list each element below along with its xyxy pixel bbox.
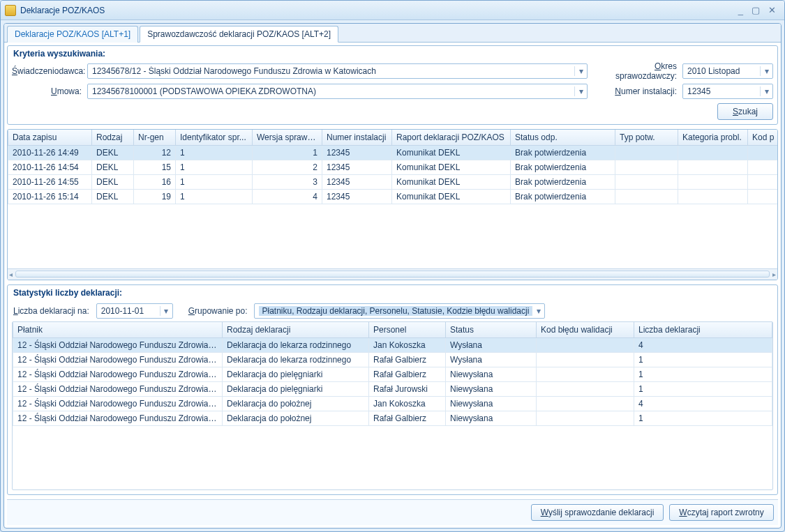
table-cell: 2010-11-26 14:55 <box>8 175 92 190</box>
table-cell: 1 <box>176 175 253 190</box>
footer-actions: Wyślij sprawozdanie deklaracji Wczytaj r… <box>7 499 778 525</box>
table-cell: 16 <box>134 175 176 190</box>
column-header[interactable]: Personel <box>369 322 446 338</box>
maximize-button[interactable]: ▢ <box>747 5 764 15</box>
send-report-button[interactable]: Wyślij sprawozdanie deklaracji <box>531 504 664 521</box>
table-cell: 12 <box>134 146 176 160</box>
table-cell: Deklaracja do lekarza rodzinnego <box>223 352 369 367</box>
table-cell: Jan Kokoszka <box>369 396 446 411</box>
table-cell: Deklaracja do pielęgniarki <box>223 367 369 381</box>
horizontal-scrollbar[interactable]: ◂ ▸ <box>8 268 777 280</box>
table-cell: Niewysłana <box>446 367 537 381</box>
column-header[interactable]: Płatnik <box>13 322 223 338</box>
table-cell <box>678 175 748 190</box>
column-header[interactable]: Kod p <box>748 130 778 146</box>
liczba-deklaracji-value: 2010-11-01 <box>101 306 160 316</box>
table-cell: 2010-11-26 15:14 <box>8 190 92 204</box>
okres-dropdown[interactable]: 2010 Listopad ▾ <box>682 63 773 79</box>
table-row[interactable]: 2010-11-26 15:14DEKL191412345Komunikat D… <box>8 190 778 204</box>
column-header[interactable]: Status <box>446 322 537 338</box>
chevron-down-icon: ▾ <box>760 66 772 76</box>
column-header[interactable]: Numer instalacji <box>322 130 392 146</box>
table-cell: 1 <box>176 160 253 175</box>
umowa-dropdown[interactable]: 12345678100001 (PODSTAWOWA OPIEKA ZDROWO… <box>87 84 588 99</box>
search-button[interactable]: Szukaj <box>717 103 773 120</box>
column-header[interactable]: Nr-gen <box>134 130 176 146</box>
table-row[interactable]: 12 - Śląski Oddział Narodowego Funduszu … <box>13 381 772 396</box>
numer-instalacji-dropdown[interactable]: 12345 ▾ <box>682 84 773 99</box>
column-header[interactable]: Liczba deklaracji <box>634 322 772 338</box>
table-cell: 2010-11-26 14:49 <box>8 146 92 160</box>
liczba-deklaracji-date[interactable]: 2010-11-01 ▾ <box>96 303 173 319</box>
table-cell: Wysłana <box>446 337 537 352</box>
table-cell <box>615 175 678 190</box>
app-window: Deklaracje POZ/KAOS _ ▢ ✕ Deklaracje POZ… <box>0 0 785 532</box>
tab-sprawozdawczosc[interactable]: Sprawozdawczość deklaracji POZ/KAOS [ALT… <box>140 26 338 43</box>
table-row[interactable]: 12 - Śląski Oddział Narodowego Funduszu … <box>13 396 772 411</box>
table-cell: 1 <box>634 352 772 367</box>
table-cell: 4 <box>253 190 322 204</box>
table-cell: DEKL <box>92 190 134 204</box>
stats-grid[interactable]: PłatnikRodzaj deklaracjiPersonelStatusKo… <box>12 321 773 491</box>
table-cell: 1 <box>634 411 772 425</box>
column-header[interactable]: Kategoria probl. <box>678 130 748 146</box>
swiadczeniodawca-dropdown[interactable]: 12345678/12 - Śląski Oddział Narodowego … <box>87 63 588 79</box>
table-row[interactable]: 2010-11-26 14:55DEKL161312345Komunikat D… <box>8 175 778 190</box>
table-cell: 2010-11-26 14:54 <box>8 160 92 175</box>
table-cell <box>678 160 748 175</box>
table-cell: DEKL <box>92 160 134 175</box>
table-cell: DEKL <box>92 175 134 190</box>
table-cell: 12 - Śląski Oddział Narodowego Funduszu … <box>13 367 223 381</box>
table-cell: Komunikat DEKL <box>392 190 511 204</box>
table-cell: Brak potwierdzenia <box>511 190 615 204</box>
table-cell: 12345 <box>322 160 392 175</box>
minimize-button[interactable]: _ <box>734 5 747 15</box>
tab-deklaracje[interactable]: Deklaracje POZ/KAOS [ALT+1] <box>7 26 138 43</box>
table-cell: 12345 <box>322 175 392 190</box>
scrollbar-thumb[interactable] <box>15 271 770 278</box>
table-cell: 3 <box>253 175 322 190</box>
table-row[interactable]: 2010-11-26 14:49DEKL121112345Komunikat D… <box>8 146 778 160</box>
column-header[interactable]: Rodzaj <box>92 130 134 146</box>
table-row[interactable]: 2010-11-26 14:54DEKL151212345Komunikat D… <box>8 160 778 175</box>
table-row[interactable]: 12 - Śląski Oddział Narodowego Funduszu … <box>13 337 772 352</box>
column-header[interactable]: Rodzaj deklaracji <box>223 322 369 338</box>
table-cell <box>678 146 748 160</box>
table-cell: Niewysłana <box>446 396 537 411</box>
umowa-value: 12345678100001 (PODSTAWOWA OPIEKA ZDROWO… <box>92 86 574 96</box>
scroll-right-icon[interactable]: ▸ <box>772 271 776 278</box>
table-cell: Deklaracja do lekarza rodzinnego <box>223 337 369 352</box>
column-header[interactable]: Data zapisu <box>8 130 92 146</box>
chevron-down-icon: ▾ <box>160 306 172 316</box>
report-grid-body[interactable]: Data zapisuRodzajNr-genIdentyfikator spr… <box>8 130 777 268</box>
window-title: Deklaracje POZ/KAOS <box>20 6 105 15</box>
table-cell: 1 <box>253 146 322 160</box>
column-header[interactable]: Wersja sprawoz... <box>253 130 322 146</box>
table-cell: 12345 <box>322 146 392 160</box>
column-header[interactable]: Kod błędu walidacji <box>537 322 634 338</box>
table-cell: Komunikat DEKL <box>392 160 511 175</box>
column-header[interactable]: Identyfikator spr... <box>176 130 253 146</box>
close-button[interactable]: ✕ <box>764 5 780 15</box>
app-icon <box>5 5 16 16</box>
grupowanie-dropdown[interactable]: Płatniku, Rodzaju deklaracji, Personelu,… <box>254 303 545 319</box>
column-header[interactable]: Status odp. <box>511 130 615 146</box>
table-cell: 1 <box>176 146 253 160</box>
table-row[interactable]: 12 - Śląski Oddział Narodowego Funduszu … <box>13 367 772 381</box>
table-cell: Deklaracja do położnej <box>223 396 369 411</box>
liczba-deklaracji-label: Liczba deklaracji na: <box>13 306 89 316</box>
column-header[interactable]: Raport deklaracji POZ/KAOS <box>392 130 511 146</box>
table-cell: Rafał Galbierz <box>369 352 446 367</box>
scroll-left-icon[interactable]: ◂ <box>9 271 13 278</box>
table-cell: Niewysłana <box>446 381 537 396</box>
table-cell <box>748 146 778 160</box>
table-cell: 12 - Śląski Oddział Narodowego Funduszu … <box>13 396 223 411</box>
table-cell: 1 <box>176 190 253 204</box>
load-return-report-button[interactable]: Wczytaj raport zwrotny <box>669 504 774 521</box>
table-cell: DEKL <box>92 146 134 160</box>
column-header[interactable]: Typ potw. <box>615 130 678 146</box>
table-cell: 1 <box>634 367 772 381</box>
table-row[interactable]: 12 - Śląski Oddział Narodowego Funduszu … <box>13 352 772 367</box>
table-cell: Rafał Galbierz <box>369 367 446 381</box>
table-row[interactable]: 12 - Śląski Oddział Narodowego Funduszu … <box>13 411 772 425</box>
